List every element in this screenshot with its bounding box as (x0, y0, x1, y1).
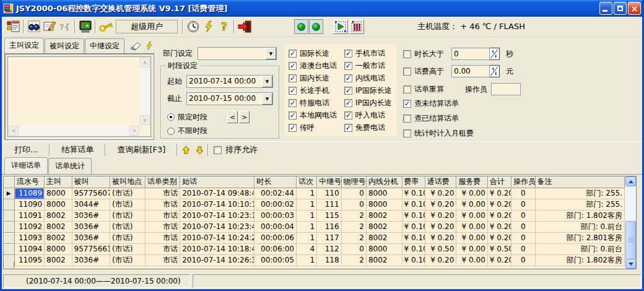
column-header[interactable]: 服务费 (456, 176, 487, 188)
checkbox-checked-icon[interactable] (289, 99, 297, 107)
table-row[interactable]: ▶11089800095775607#(市话)市话2010-07-14 09:4… (4, 188, 625, 199)
cell[interactable]: (市话) (110, 188, 146, 199)
cell[interactable]: (市话) (110, 254, 146, 266)
cell[interactable]: 2010-07-14 10:10:10 (180, 199, 255, 210)
report-icon[interactable] (6, 19, 21, 35)
cell[interactable]: 8000 (366, 188, 402, 199)
call-type-option[interactable]: 国际长途 (289, 47, 344, 59)
cell[interactable]: 0 (341, 199, 366, 210)
table-row[interactable]: 1109580023036#(市话)市话2010-07-14 10:26:390… (4, 254, 625, 266)
tab-trunk-setting[interactable]: 中继设定 (85, 38, 124, 53)
cell[interactable]: (市话) (110, 221, 146, 232)
monitor-icon[interactable] (77, 19, 93, 35)
cell[interactable]: 市话 (145, 221, 180, 232)
cell[interactable]: 0 (511, 210, 535, 221)
cell[interactable]: 部门: 1.802客房 (535, 254, 625, 266)
tab-record-statistics[interactable]: 话单统计 (48, 158, 92, 174)
dropdown-arrow-icon[interactable]: ▼ (262, 93, 272, 105)
cell[interactable]: ¥ 0.20 (425, 221, 456, 232)
cell[interactable]: 3036# (72, 221, 110, 232)
cell[interactable]: 0 (341, 188, 366, 199)
cell[interactable]: ¥ 0.20 (487, 188, 511, 199)
tab-caller-setting[interactable]: 主叫设定 (4, 38, 44, 53)
cell[interactable]: 8002 (45, 221, 72, 232)
unlimited-period-label[interactable]: 不限时段 (178, 126, 207, 136)
cell[interactable]: 116 (317, 221, 341, 232)
cell[interactable]: 3036# (72, 254, 110, 266)
cell[interactable]: ¥ 0.20 (487, 221, 511, 232)
cell[interactable]: ¥ 0.20 (487, 254, 511, 266)
cell[interactable]: 118 (317, 254, 341, 266)
scroll-up-icon[interactable]: ∧ (140, 58, 150, 67)
scroll-down-icon[interactable]: ∨ (140, 115, 150, 125)
cell[interactable]: 8000 (366, 243, 402, 254)
minimize-button[interactable] (599, 2, 612, 15)
cell[interactable]: 2010-07-14 09:48:45 (180, 188, 255, 199)
column-header[interactable]: 费率 (402, 176, 425, 188)
column-header[interactable]: 始话 (180, 176, 255, 188)
cell[interactable]: 2 (341, 210, 366, 221)
cell[interactable]: ¥ 0.10 (402, 254, 425, 266)
eraser-icon[interactable] (130, 41, 141, 50)
cell[interactable]: 110 (317, 188, 341, 199)
cell[interactable]: 11093 (14, 232, 44, 243)
cell[interactable]: ¥ 0.20 (425, 232, 456, 243)
cell[interactable]: 11092 (14, 221, 44, 232)
column-header[interactable]: 操作员 (511, 176, 535, 188)
call-type-option[interactable]: 一般市话 (344, 59, 392, 72)
cell[interactable]: ¥ 0.20 (487, 199, 511, 210)
move-down-button[interactable] (193, 143, 206, 157)
table-row[interactable]: 1109280023036#(市话)市话2010-07-14 10:23:450… (4, 221, 625, 232)
led-indicator-2[interactable] (309, 19, 323, 34)
find-icon[interactable] (26, 19, 41, 35)
cell[interactable]: 2010-07-14 10:23:45 (180, 221, 255, 232)
refresh-button[interactable]: 查询刷新[F3] (107, 144, 175, 155)
cell[interactable]: ¥ 0.00 (456, 210, 487, 221)
lightning-small-icon[interactable] (146, 41, 152, 51)
cell[interactable]: ¥ 0.00 (456, 221, 487, 232)
cell[interactable]: ¥ 0.00 (456, 243, 487, 254)
cell[interactable]: 8002 (45, 210, 72, 221)
column-header[interactable]: 通话费 (425, 176, 456, 188)
cell[interactable]: 市话 (145, 188, 180, 199)
checkbox-checked-icon[interactable] (344, 50, 352, 58)
recalc-checkbox[interactable] (403, 85, 411, 93)
cell[interactable]: 11089 (14, 188, 44, 199)
duration-label[interactable]: 时长大于 (414, 49, 444, 59)
call-type-option[interactable]: 免费电话 (344, 121, 392, 134)
cell[interactable]: 市话 (145, 232, 180, 243)
cell[interactable]: (市话) (110, 243, 146, 254)
cell[interactable]: 8002 (366, 221, 402, 232)
column-header[interactable]: 合计 (487, 176, 511, 188)
move-up-button[interactable] (179, 143, 193, 157)
cell[interactable]: 00:00:05 (255, 254, 297, 266)
cell[interactable]: ¥ 0.50 (487, 243, 511, 254)
checkbox-checked-icon[interactable] (289, 62, 297, 70)
column-header[interactable]: 备注 (535, 176, 625, 188)
settled-label[interactable]: 查已结算话单 (414, 113, 459, 124)
cell[interactable]: 8002 (45, 254, 72, 266)
column-header[interactable]: 被叫 (72, 176, 110, 188)
help-icon[interactable]: ? (216, 19, 232, 35)
table-row[interactable]: 1109380023036#(市话)市话2010-07-14 10:24:250… (4, 232, 625, 243)
call-type-option[interactable]: 内线电话 (344, 72, 392, 84)
limited-period-radio[interactable] (167, 113, 175, 121)
cell[interactable]: 11095 (14, 254, 44, 266)
limited-period-label[interactable]: 限定时段 (178, 112, 207, 123)
cell[interactable]: 2010-07-14 10:18:45 (180, 243, 255, 254)
unlimited-period-radio[interactable] (167, 128, 175, 135)
cell[interactable]: 00:00:06 (255, 232, 297, 243)
prev-day-button[interactable]: < (227, 111, 238, 123)
cell[interactable]: 8002 (366, 232, 402, 243)
cell[interactable]: 3036# (72, 210, 110, 221)
cell[interactable]: ¥ 0.00 (456, 254, 487, 266)
cell[interactable]: 0 (511, 254, 535, 266)
column-header[interactable]: 中继号 (317, 176, 341, 188)
column-header[interactable]: 流水号 (14, 176, 44, 188)
call-type-option[interactable]: 港澳台电话 (289, 59, 344, 72)
dropdown-arrow-icon[interactable]: ▼ (262, 76, 272, 87)
checkbox-checked-icon[interactable] (289, 124, 297, 132)
call-type-option[interactable]: 特服电话 (289, 97, 344, 109)
cell[interactable]: 95775661# (72, 243, 110, 254)
cell[interactable]: 95775607# (72, 188, 110, 199)
